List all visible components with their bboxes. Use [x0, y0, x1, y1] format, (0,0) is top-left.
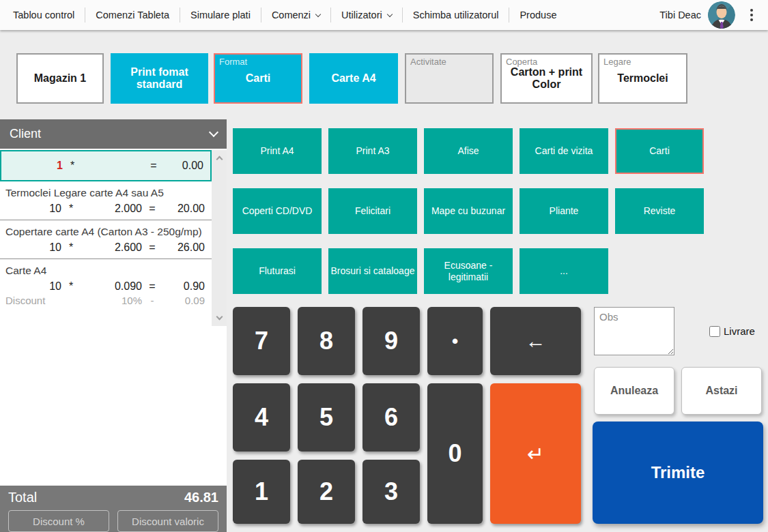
row-qty: 10 [0, 203, 61, 215]
client-header[interactable]: Client [0, 119, 227, 149]
scroll-up-icon[interactable] [216, 156, 223, 163]
carte-a4-button[interactable]: Carte A4 [309, 53, 398, 104]
key-5[interactable]: 5 [298, 383, 355, 452]
key-4[interactable]: 4 [233, 383, 290, 452]
livrare-checkbox[interactable] [709, 326, 720, 337]
product-reviste[interactable]: Reviste [615, 188, 704, 234]
product-ecusoane-legitimatii[interactable]: Ecusoane - legitimatii [424, 248, 513, 294]
legare-field-label: Legare [603, 57, 631, 67]
product-carti-selected[interactable]: Carti [615, 128, 704, 174]
activitate-field-label: Activitate [410, 57, 446, 67]
product-felicitari[interactable]: Felicitari [328, 188, 417, 234]
discount-minus: - [142, 295, 162, 306]
numpad: 7 8 9 • ← 4 5 6 0 ↵ 1 2 3 [233, 307, 581, 524]
astazi-button[interactable]: Astazi [681, 367, 762, 415]
livrare-option: Livrare [709, 325, 755, 337]
user-avatar[interactable] [708, 1, 735, 29]
legare-field[interactable]: Legare Termoclei [598, 53, 687, 104]
chevron-down-icon [386, 11, 392, 16]
nav-item-tablou-control[interactable]: Tablou control [3, 0, 85, 30]
key-9[interactable]: 9 [362, 307, 420, 375]
product-carti-de-vizita[interactable]: Carti de vizita [520, 128, 608, 174]
nav-item-comenzi[interactable]: Comenzi [261, 0, 330, 30]
activitate-field[interactable]: Activitate [405, 53, 494, 104]
store-label: Magazin 1 [34, 72, 86, 85]
total-bar: Total 46.81 Discount % Discount valoric [0, 486, 227, 532]
discount-valoric-button[interactable]: Discount valoric [117, 510, 218, 532]
print-format-button[interactable]: Print fomat standard [111, 53, 208, 104]
coperta-field-value: Carton + print Color [502, 66, 591, 91]
key-2[interactable]: 2 [298, 460, 355, 524]
row-qty: 10 [0, 241, 61, 254]
kebab-menu-icon[interactable] [742, 5, 761, 25]
nav-item-simulare-plati[interactable]: Simulare plati [180, 0, 261, 30]
key-enter enter-icon[interactable]: ↵ [490, 383, 581, 524]
row-qty: 1 [1, 160, 63, 172]
format-field-value: Carti [246, 72, 270, 85]
chevron-down-icon[interactable] [209, 128, 218, 137]
row-multiply: * [61, 203, 81, 215]
cart-row-selected[interactable]: 1 * = 0.00 [0, 150, 212, 181]
format-selector[interactable]: Format Carti [214, 53, 302, 104]
nav-item-comenzi-tableta[interactable]: Comenzi Tableta [85, 0, 180, 30]
coperta-field[interactable]: Coperta Carton + print Color [500, 53, 593, 104]
row-product-name: Copertare carte A4 (Carton A3 - 250g/mp) [0, 220, 212, 241]
product-print-a3[interactable]: Print A3 [328, 128, 417, 174]
nav-item-utilizatori[interactable]: Utilizatori [331, 0, 402, 30]
nav-label: Schimba utilizatorul [413, 10, 499, 20]
row-multiply: * [61, 241, 81, 254]
key-6[interactable]: 6 [362, 383, 420, 452]
cart-list: 1 * = 0.00 Termoclei Legare carte A4 sau… [0, 149, 227, 486]
product-pliante[interactable]: Pliante [520, 188, 608, 234]
discount-label: Discount [0, 295, 61, 306]
key-1[interactable]: 1 [233, 460, 290, 524]
cart-row[interactable]: Carte A4 10 * 0.090 = 0.90 Discount 10% … [0, 259, 212, 311]
key-8[interactable]: 8 [298, 307, 355, 375]
product-mape-cu-buzunar[interactable]: Mape cu buzunar [424, 188, 513, 234]
store-button[interactable]: Magazin 1 [16, 53, 104, 104]
row-equals: = [142, 280, 162, 293]
row-total: 20.00 [162, 203, 205, 215]
trimite-button[interactable]: Trimite [593, 422, 763, 524]
nav-item-produse[interactable]: Produse [509, 0, 567, 30]
product-brosuri-si-cataloage[interactable]: Brosuri si cataloage [328, 248, 417, 294]
row-multiply: * [63, 160, 82, 172]
nav-label: Tablou control [13, 10, 74, 20]
obs-textarea[interactable] [594, 307, 674, 355]
cart-scrollbar[interactable] [212, 150, 227, 326]
product-fluturasi[interactable]: Fluturasi [233, 248, 322, 294]
product-coperti-cd-dvd[interactable]: Coperti CD/DVD [233, 188, 322, 234]
cart-row[interactable]: Termoclei Legare carte A4 sau A5 10 * 2.… [0, 181, 212, 220]
scroll-down-icon[interactable] [216, 314, 223, 321]
anuleaza-button[interactable]: Anuleaza [594, 367, 674, 415]
key-0[interactable]: 0 [427, 383, 483, 524]
key-3[interactable]: 3 [362, 460, 420, 524]
key-backspace backspace-icon[interactable]: ← [490, 307, 581, 375]
format-field-label: Format [219, 57, 247, 67]
product-more-button[interactable]: ... [520, 248, 608, 294]
row-qty: 10 [0, 280, 61, 293]
cart-row[interactable]: Copertare carte A4 (Carton A3 - 250g/mp)… [0, 220, 212, 259]
key-7[interactable]: 7 [233, 307, 290, 375]
coperta-field-label: Coperta [506, 57, 537, 67]
row-multiply: * [61, 280, 81, 293]
discount-percent: 10% [81, 295, 142, 306]
pos-app: Tablou control Comenzi Tableta Simulare … [0, 0, 768, 532]
avatar-person-icon [708, 1, 735, 29]
discount-percent-button[interactable]: Discount % [8, 510, 109, 532]
product-afise[interactable]: Afise [424, 128, 513, 174]
total-value: 46.81 [184, 490, 218, 505]
row-equals: = [142, 203, 162, 215]
nav-label: Comenzi Tableta [96, 10, 169, 20]
row-price: 0.090 [81, 280, 142, 293]
product-print-a4[interactable]: Print A4 [233, 128, 322, 174]
nav-label: Comenzi [272, 10, 311, 20]
nav-item-schimba-utilizatorul[interactable]: Schimba utilizatorul [403, 0, 509, 30]
print-format-label: Print fomat standard [111, 66, 208, 91]
main-nav: Tablou control Comenzi Tableta Simulare … [0, 0, 567, 30]
row-total: 26.00 [162, 241, 205, 254]
key-decimal-point[interactable]: • [427, 307, 483, 375]
row-total: 0.00 [164, 160, 203, 172]
client-header-label: Client [10, 127, 41, 141]
legare-field-value: Termoclei [617, 72, 668, 85]
